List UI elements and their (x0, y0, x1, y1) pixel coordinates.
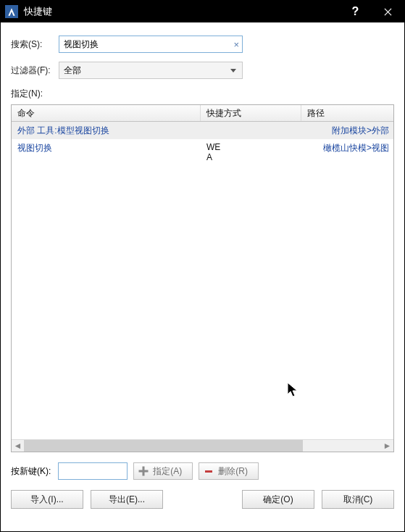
newkey-input-wrap (58, 462, 128, 480)
filter-row: 过滤器(F): 全部 (11, 62, 394, 79)
assign-button[interactable]: 指定(A) (133, 462, 193, 480)
app-icon (5, 5, 18, 18)
close-icon (384, 8, 392, 16)
filter-dropdown[interactable]: 全部 (59, 62, 243, 79)
search-label: 搜索(S): (11, 38, 59, 51)
cell-command: 外部 工具:模型视图切换 (12, 125, 201, 137)
search-input[interactable] (59, 36, 242, 52)
scroll-left-icon[interactable]: ◄ (12, 440, 24, 452)
newkey-label: 按新键(K): (11, 465, 51, 478)
col-shortcut[interactable]: 快捷方式 (201, 105, 301, 121)
cell-path: 橄榄山快模>视图 (301, 142, 393, 154)
ok-button[interactable]: 确定(O) (242, 490, 314, 509)
chevron-down-icon (230, 69, 236, 72)
assign-label: 指定(N): (11, 88, 394, 100)
minus-icon (204, 466, 214, 476)
cell-path: 附加模块>外部 (301, 125, 393, 137)
table-row[interactable]: 外部 工具:模型视图切换 附加模块>外部 (12, 122, 393, 139)
remove-button[interactable]: 删除(R) (199, 462, 259, 480)
title-bar: 快捷键 ? (1, 1, 404, 22)
svg-rect-0 (205, 470, 212, 473)
col-command[interactable]: 命令 (12, 105, 201, 121)
assign-button-label: 指定(A) (153, 465, 182, 478)
plus-icon (138, 466, 149, 476)
filter-selected: 全部 (64, 65, 81, 77)
search-input-wrap: × (59, 36, 243, 53)
cell-command: 视图切换 (12, 142, 201, 154)
table-header: 命令 快捷方式 路径 (12, 105, 393, 122)
export-button[interactable]: 导出(E)... (91, 490, 163, 509)
window-title: 快捷键 (24, 5, 52, 18)
filter-label: 过滤器(F): (11, 65, 59, 77)
import-button[interactable]: 导入(I)... (11, 490, 83, 509)
new-key-row: 按新键(K): 指定(A) 删除(R) (11, 462, 394, 480)
help-icon: ? (352, 5, 359, 18)
remove-button-label: 删除(R) (218, 465, 248, 478)
newkey-input[interactable] (59, 463, 127, 479)
scroll-thumb[interactable] (24, 440, 303, 452)
dialog-buttons: 导入(I)... 导出(E)... 确定(O) 取消(C) (11, 490, 394, 509)
horizontal-scrollbar[interactable]: ◄ ► (12, 439, 393, 452)
scroll-track[interactable] (24, 440, 381, 452)
dialog-body: 搜索(S): × 过滤器(F): 全部 指定(N): 命令 快捷方式 路径 外部… (1, 22, 404, 519)
cell-shortcut: WE A (201, 142, 301, 163)
table-row[interactable]: 视图切换 WE A 橄榄山快模>视图 (12, 139, 393, 168)
search-row: 搜索(S): × (11, 36, 394, 53)
col-path[interactable]: 路径 (301, 105, 393, 121)
close-button[interactable] (372, 1, 404, 22)
cancel-button[interactable]: 取消(C) (322, 490, 394, 509)
clear-search-icon[interactable]: × (233, 40, 239, 49)
table-body: 外部 工具:模型视图切换 附加模块>外部 视图切换 WE A 橄榄山快模>视图 (12, 122, 393, 439)
shortcuts-table: 命令 快捷方式 路径 外部 工具:模型视图切换 附加模块>外部 视图切换 WE … (11, 104, 394, 452)
help-button[interactable]: ? (339, 1, 372, 22)
scroll-right-icon[interactable]: ► (381, 440, 393, 452)
